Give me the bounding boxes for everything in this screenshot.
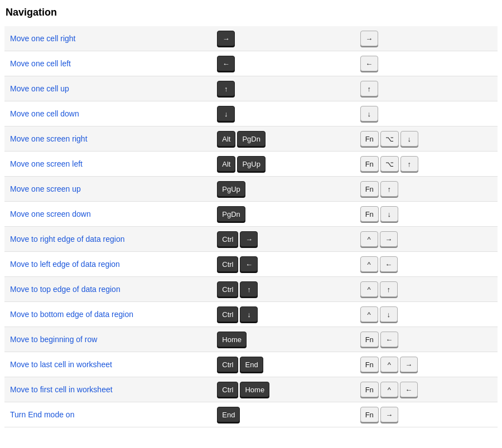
shortcut2-cell: Fn⌥↓ <box>355 126 498 152</box>
key-badge: ^ <box>380 357 398 372</box>
table-row: Move one cell up↑↑ <box>4 76 498 101</box>
shortcut2-cell: ↑ <box>355 76 498 101</box>
description-cell: Move one cell down <box>4 101 211 126</box>
description-cell: Move to right edge of data region <box>4 227 211 252</box>
table-row: Move to first cell in worksheetCtrlHomeF… <box>4 377 498 402</box>
table-row: Move one cell down↓↓ <box>4 101 498 126</box>
shortcut1-cell: AltPgDn <box>211 126 354 152</box>
key-badge: ^ <box>360 256 378 272</box>
key-badge: Ctrl <box>217 306 238 322</box>
table-row: Move to top edge of data regionCtrl↑^↑ <box>4 277 498 302</box>
key-badge: Fn <box>360 332 379 347</box>
shortcut1-cell: PgDn <box>211 202 354 227</box>
key-badge: PgDn <box>217 206 245 222</box>
shortcut2-cell: ↓ <box>355 101 498 126</box>
shortcut2-cell: Fn⌥↑ <box>355 152 498 177</box>
shortcut1-cell: ↑ <box>211 76 354 101</box>
table-row: Move to last cell in worksheetCtrlEndFn^… <box>4 352 498 377</box>
shortcut1-cell: End <box>211 402 354 427</box>
key-badge: ^ <box>360 281 378 297</box>
shortcut1-cell: AltPgUp <box>211 152 354 177</box>
shortcut1-cell: CtrlHome <box>211 377 354 402</box>
key-badge: ↑ <box>240 281 258 297</box>
key-badge: ← <box>360 56 378 71</box>
shortcut1-cell: Ctrl→ <box>211 227 354 252</box>
table-row: Move one screen upPgUpFn↑ <box>4 177 498 202</box>
table-row: Move to bottom edge of data regionCtrl↓^… <box>4 302 498 327</box>
description-cell: Move one screen down <box>4 202 211 227</box>
shortcut1-cell: PgUp <box>211 177 354 202</box>
table-row: Move to right edge of data regionCtrl→^→ <box>4 227 498 252</box>
key-badge: ← <box>380 256 398 272</box>
shortcut1-cell: Ctrl↑ <box>211 277 354 302</box>
key-badge: End <box>217 407 240 422</box>
key-badge: ⌥ <box>380 156 399 172</box>
shortcuts-table: Move one cell right→→Move one cell left←… <box>4 26 498 427</box>
shortcut2-cell: ← <box>355 51 498 76</box>
shortcut1-cell: → <box>211 26 354 51</box>
table-row: Move one screen leftAltPgUpFn⌥↑ <box>4 152 498 177</box>
key-badge: ^ <box>380 382 398 397</box>
key-badge: PgDn <box>237 131 266 147</box>
description-cell: Move one cell up <box>4 76 211 101</box>
key-badge: → <box>360 31 378 46</box>
table-row: Turn End mode onEndFn→ <box>4 402 498 427</box>
key-badge: ↑ <box>400 156 418 172</box>
shortcut2-cell: Fn← <box>355 327 498 352</box>
key-badge: ↑ <box>380 181 398 197</box>
description-cell: Move to last cell in worksheet <box>4 352 211 377</box>
key-badge: ↓ <box>380 306 398 322</box>
key-badge: ↓ <box>217 106 235 121</box>
key-badge: Fn <box>360 181 379 197</box>
shortcut2-cell: Fn↑ <box>355 177 498 202</box>
table-row: Move one cell right→→ <box>4 26 498 51</box>
key-badge: → <box>400 357 418 372</box>
key-badge: PgUp <box>237 156 266 172</box>
key-badge: End <box>240 357 263 372</box>
key-badge: → <box>240 231 258 247</box>
key-badge: ↓ <box>360 106 378 121</box>
description-cell: Move to beginning of row <box>4 327 211 352</box>
description-cell: Move to first cell in worksheet <box>4 377 211 402</box>
shortcut1-cell: Ctrl← <box>211 252 354 277</box>
key-badge: → <box>217 31 235 46</box>
key-badge: Ctrl <box>217 382 238 397</box>
key-badge: ↑ <box>380 281 398 297</box>
description-cell: Turn End mode on <box>4 402 211 427</box>
key-badge: Home <box>240 382 269 397</box>
key-badge: Alt <box>217 131 235 147</box>
key-badge: Ctrl <box>217 357 238 372</box>
table-row: Move one screen rightAltPgDnFn⌥↓ <box>4 126 498 152</box>
key-badge: ← <box>400 382 418 397</box>
key-badge: ^ <box>360 306 378 322</box>
key-badge: Fn <box>360 407 379 422</box>
key-badge: Fn <box>360 131 379 147</box>
key-badge: PgUp <box>217 181 245 197</box>
key-badge: Ctrl <box>217 231 238 247</box>
shortcut2-cell: → <box>355 26 498 51</box>
shortcut2-cell: ^← <box>355 252 498 277</box>
key-badge: ↑ <box>360 81 378 96</box>
key-badge: Home <box>217 332 247 347</box>
table-row: Move to left edge of data regionCtrl←^← <box>4 252 498 277</box>
shortcut2-cell: Fn→ <box>355 402 498 427</box>
description-cell: Move to left edge of data region <box>4 252 211 277</box>
description-cell: Move one screen left <box>4 152 211 177</box>
shortcut1-cell: Home <box>211 327 354 352</box>
description-cell: Move one screen up <box>4 177 211 202</box>
shortcut2-cell: Fn↓ <box>355 202 498 227</box>
key-badge: Fn <box>360 156 379 172</box>
key-badge: ^ <box>360 231 378 247</box>
key-badge: ↓ <box>380 206 398 222</box>
key-badge: ↓ <box>400 131 418 147</box>
description-cell: Move one cell left <box>4 51 211 76</box>
table-row: Move one screen downPgDnFn↓ <box>4 202 498 227</box>
page-title: Navigation <box>4 4 498 21</box>
key-badge: Fn <box>360 357 379 372</box>
shortcut1-cell: CtrlEnd <box>211 352 354 377</box>
shortcut2-cell: Fn^→ <box>355 352 498 377</box>
shortcut1-cell: ↓ <box>211 101 354 126</box>
key-badge: ⌥ <box>380 131 399 147</box>
key-badge: Ctrl <box>217 281 238 297</box>
shortcut1-cell: ← <box>211 51 354 76</box>
